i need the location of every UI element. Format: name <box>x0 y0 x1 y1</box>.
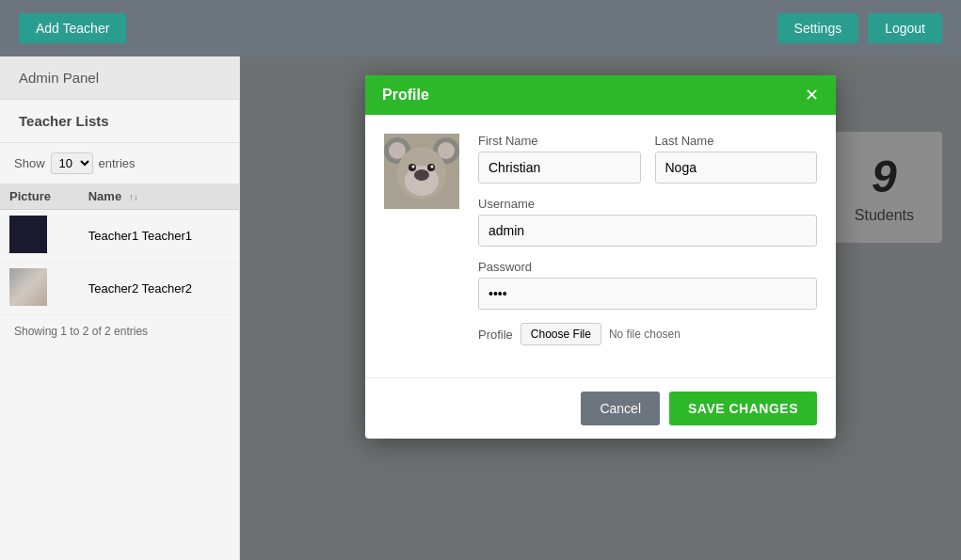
table-row: Teacher1 Teacher1 <box>0 210 239 263</box>
profile-file-label: Profile <box>478 328 513 342</box>
svg-point-11 <box>431 166 434 168</box>
modal-body: First Name Last Name Username <box>365 115 836 377</box>
table-controls: Show 10 25 50 entries <box>0 143 239 184</box>
settings-button[interactable]: Settings <box>777 13 859 43</box>
first-name-group: First Name <box>478 134 641 184</box>
first-name-label: First Name <box>478 134 641 148</box>
entries-label: entries <box>99 156 136 170</box>
entries-select[interactable]: 10 25 50 <box>51 152 93 174</box>
topbar: Add Teacher Settings Logout <box>0 0 961 56</box>
main-area: Admin Panel Teacher Lists Show 10 25 50 … <box>0 56 961 560</box>
teacher2-avatar <box>9 268 47 306</box>
profile-modal: Profile ✕ <box>365 75 836 439</box>
teacher2-picture-cell <box>0 263 79 315</box>
teacher-table: Picture Name ↑↓ Teacher1 Teacher1 <box>0 184 239 315</box>
sort-icon: ↑↓ <box>129 192 138 202</box>
topbar-right: Settings Logout <box>777 13 942 43</box>
content-area: hool Grading System 2 achers 9 Students … <box>240 56 961 560</box>
username-label: Username <box>478 197 817 211</box>
last-name-label: Last Name <box>655 134 818 148</box>
save-changes-button[interactable]: SAVE CHANGES <box>669 392 817 425</box>
no-file-text: No file chosen <box>609 328 681 341</box>
last-name-group: Last Name <box>655 134 818 184</box>
add-teacher-button[interactable]: Add Teacher <box>19 13 126 43</box>
profile-avatar <box>384 134 459 209</box>
modal-footer: Cancel SAVE CHANGES <box>365 377 836 439</box>
logout-button[interactable]: Logout <box>868 13 942 43</box>
username-input[interactable] <box>478 215 817 247</box>
first-name-input[interactable] <box>478 152 641 184</box>
modal-form: First Name Last Name Username <box>478 134 817 359</box>
col-name[interactable]: Name ↑↓ <box>79 184 239 210</box>
svg-point-7 <box>414 169 429 181</box>
last-name-input[interactable] <box>655 152 818 184</box>
cancel-button[interactable]: Cancel <box>581 392 660 425</box>
admin-panel-label: Admin Panel <box>0 56 239 100</box>
modal-title: Profile <box>382 87 429 104</box>
username-group: Username <box>478 197 817 247</box>
show-label: Show <box>14 156 45 170</box>
teacher1-avatar <box>9 216 47 253</box>
col-picture: Picture <box>0 184 79 210</box>
name-row: First Name Last Name <box>478 134 817 184</box>
password-input[interactable] <box>478 278 817 310</box>
modal-overlay: Profile ✕ <box>240 56 961 560</box>
modal-header: Profile ✕ <box>365 75 836 115</box>
teacher1-picture-cell <box>0 210 79 263</box>
sidebar: Admin Panel Teacher Lists Show 10 25 50 … <box>0 56 240 560</box>
password-label: Password <box>478 260 817 274</box>
choose-file-button[interactable]: Choose File <box>521 323 601 345</box>
teacher1-name: Teacher1 Teacher1 <box>79 210 239 263</box>
table-footer: Showing 1 to 2 of 2 entries <box>0 315 239 347</box>
profile-file-row: Profile Choose File No file chosen <box>478 323 817 345</box>
table-row: Teacher2 Teacher2 <box>0 263 239 315</box>
teacher-lists-label: Teacher Lists <box>0 100 239 143</box>
teacher2-name: Teacher2 Teacher2 <box>79 263 239 315</box>
modal-close-button[interactable]: ✕ <box>805 87 819 104</box>
svg-point-10 <box>412 166 415 168</box>
password-group: Password <box>478 260 817 310</box>
